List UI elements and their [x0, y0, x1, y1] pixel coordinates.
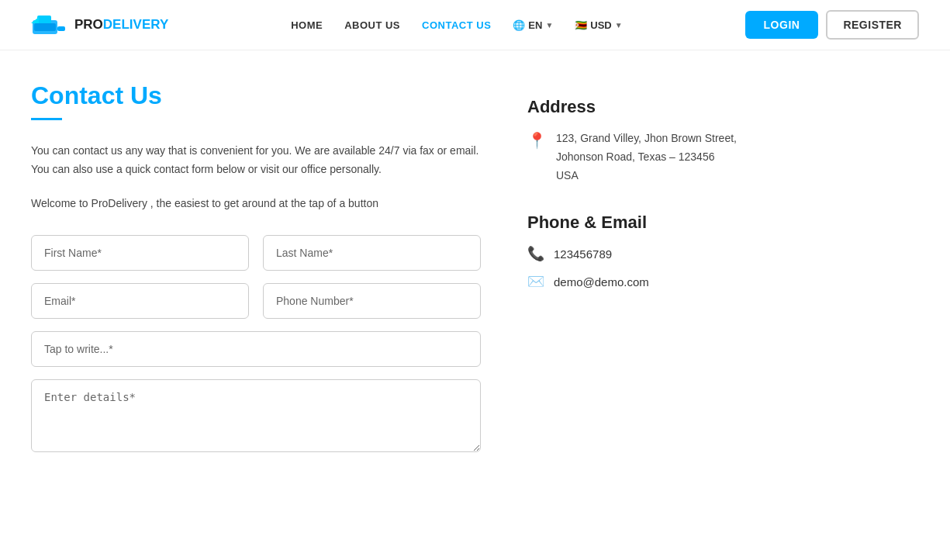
svg-rect-4 [57, 26, 65, 31]
header: PRODELIVERY HOME ABOUT US CONTACT US 🌐 E… [0, 0, 950, 50]
brand-name: PRODELIVERY [74, 17, 168, 33]
location-icon: 📍 [527, 131, 547, 150]
phone-email-heading: Phone & Email [527, 213, 791, 233]
nav-home[interactable]: HOME [291, 19, 323, 31]
phone-value: 123456789 [554, 247, 612, 261]
main-nav: HOME ABOUT US CONTACT US 🌐 EN ▼ 🇿🇼 USD ▼ [291, 19, 622, 31]
lang-label: EN [528, 19, 542, 31]
address-section: Address 📍 123, Grand Villey, Jhon Brown … [527, 97, 791, 185]
login-button[interactable]: LOGIN [745, 11, 819, 39]
phone-row: 📞 123456789 [527, 245, 791, 262]
details-textarea[interactable] [31, 379, 481, 452]
logo-icon [31, 9, 68, 40]
svg-marker-3 [31, 17, 39, 23]
left-column: Contact Us You can contact us any way th… [31, 81, 481, 468]
nav-about[interactable]: ABOUT US [344, 19, 400, 31]
language-selector[interactable]: 🌐 EN ▼ [513, 19, 553, 31]
currency-chevron-icon: ▼ [615, 21, 623, 29]
address-row: 📍 123, Grand Villey, Jhon Brown Street, … [527, 130, 791, 185]
welcome-text: Welcome to ProDelivery , the easiest to … [31, 195, 481, 212]
email-icon: ✉️ [527, 273, 544, 290]
main-content: Contact Us You can contact us any way th… [0, 50, 950, 499]
first-name-group [31, 235, 249, 271]
svg-rect-2 [34, 23, 56, 31]
phone-email-section: Phone & Email 📞 123456789 ✉️ demo@demo.c… [527, 213, 791, 290]
email-input[interactable] [31, 283, 249, 319]
nav-contact[interactable]: CONTACT US [422, 19, 491, 31]
address-text: 123, Grand Villey, Jhon Brown Street, Jo… [556, 130, 737, 185]
tap-group [31, 331, 481, 367]
email-group [31, 283, 249, 319]
brand-pro: PRO [74, 17, 103, 32]
currency-label: USD [590, 19, 611, 31]
page-title: Contact Us [31, 81, 481, 110]
logo: PRODELIVERY [31, 9, 168, 40]
phone-input[interactable] [263, 283, 481, 319]
title-underline [31, 118, 62, 120]
address-line2: Johonson Road, Texas – 123456 [556, 150, 714, 163]
contact-form [31, 235, 481, 455]
last-name-group [263, 235, 481, 271]
tap-input[interactable] [31, 331, 481, 367]
right-column: Address 📍 123, Grand Villey, Jhon Brown … [527, 81, 791, 468]
last-name-input[interactable] [263, 235, 481, 271]
address-line3: USA [556, 169, 579, 181]
description-text: You can contact us any way that is conve… [31, 142, 481, 179]
phone-group [263, 283, 481, 319]
header-actions: LOGIN REGISTER [745, 10, 919, 40]
details-group [31, 379, 481, 455]
name-row [31, 235, 481, 271]
email-row: ✉️ demo@demo.com [527, 273, 791, 290]
brand-delivery: DELIVERY [103, 17, 168, 32]
email-value: demo@demo.com [554, 275, 649, 289]
lang-flag: 🌐 [513, 19, 525, 31]
contact-row [31, 283, 481, 319]
address-heading: Address [527, 97, 791, 117]
lang-chevron-icon: ▼ [545, 21, 553, 29]
currency-flag: 🇿🇼 [575, 19, 587, 31]
first-name-input[interactable] [31, 235, 249, 271]
phone-icon: 📞 [527, 245, 544, 262]
currency-selector[interactable]: 🇿🇼 USD ▼ [575, 19, 622, 31]
address-line1: 123, Grand Villey, Jhon Brown Street, [556, 132, 737, 144]
register-button[interactable]: REGISTER [826, 10, 919, 40]
